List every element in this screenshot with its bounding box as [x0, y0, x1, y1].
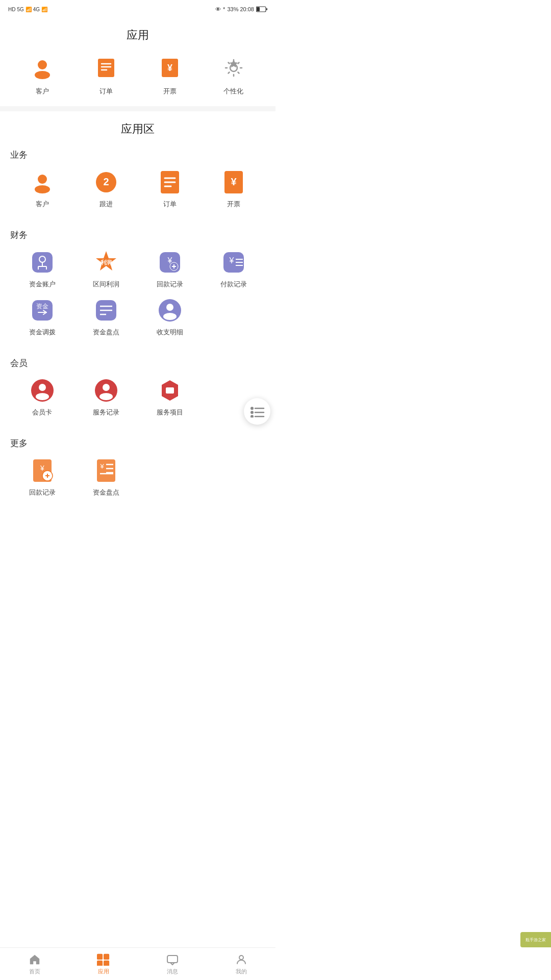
- more-inventory[interactable]: ¥ 资金盘点: [74, 457, 138, 497]
- svg-point-55: [99, 393, 113, 400]
- category-member-title: 会员: [10, 357, 265, 369]
- more-refund[interactable]: ¥ 回款记录: [10, 457, 74, 497]
- more-icons-grid: ¥ 回款记录 ¥ 资金盘: [10, 457, 265, 505]
- svg-point-49: [163, 313, 177, 320]
- svg-text:¥: ¥: [40, 464, 44, 472]
- fin-profit-label: 区间利润: [93, 280, 119, 289]
- fin-inventory-label: 资金盘点: [93, 328, 119, 337]
- status-bar: HD 5G 📶 4G 📶 👁 * 33% 20:08: [0, 0, 276, 18]
- fin-inventory[interactable]: 资金盘点: [74, 297, 138, 337]
- mem-service-record-label: 服务记录: [93, 408, 119, 417]
- category-business-title: 业务: [10, 149, 265, 161]
- svg-point-12: [38, 175, 47, 184]
- svg-point-3: [38, 60, 47, 69]
- svg-text:¥: ¥: [229, 256, 234, 265]
- fin-refund[interactable]: ¥ 回款记录: [138, 249, 202, 289]
- zone-title: 应用区: [10, 121, 265, 137]
- svg-rect-56: [166, 387, 174, 394]
- more-refund-label: 回款记录: [29, 488, 56, 497]
- svg-rect-5: [98, 59, 114, 77]
- top-icon-order[interactable]: 订单: [81, 53, 132, 96]
- top-icon-invoice[interactable]: ¥ 开票: [144, 53, 195, 96]
- top-icons-section: 客户 订单 ¥: [0, 53, 276, 106]
- svg-text:利润: 利润: [100, 259, 112, 265]
- section-divider: [0, 106, 276, 111]
- mem-card-label: 会员卡: [32, 408, 52, 417]
- mem-service-record[interactable]: 服务记录: [74, 377, 138, 417]
- category-finance: 财务 资金账户: [10, 229, 265, 345]
- svg-text:2: 2: [103, 176, 109, 187]
- fin-fund[interactable]: 资金账户: [10, 249, 74, 289]
- category-more: 更多 ¥ 回款记录 ¥: [10, 437, 265, 505]
- status-info: 33% 20:08: [227, 6, 254, 12]
- fin-cashflow[interactable]: 收支明细: [138, 297, 202, 337]
- biz-invoice[interactable]: ¥ 开票: [202, 169, 265, 209]
- svg-rect-1: [257, 7, 260, 11]
- mem-card[interactable]: 会员卡: [10, 377, 74, 417]
- biz-order-label: 订单: [163, 200, 177, 209]
- fin-cashflow-label: 收支明细: [157, 328, 183, 337]
- svg-point-54: [103, 384, 110, 391]
- fin-transfer[interactable]: 资金 资金调拨: [10, 297, 74, 337]
- member-icons-grid: 会员卡 服务记录 服务项目: [10, 377, 265, 425]
- biz-invoice-label: 开票: [227, 200, 240, 209]
- category-finance-title: 财务: [10, 229, 265, 241]
- fin-profit[interactable]: 利润 区间利润: [74, 249, 138, 289]
- fin-payment[interactable]: ¥ 付款记录: [202, 249, 265, 289]
- mem-service-item[interactable]: 服务项目: [138, 377, 202, 417]
- fin-fund-label: 资金账户: [29, 280, 56, 289]
- customer-icon-wrap: [28, 53, 57, 83]
- svg-point-51: [39, 384, 46, 391]
- biz-order[interactable]: 订单: [138, 169, 202, 209]
- category-more-title: 更多: [10, 437, 265, 449]
- svg-text:¥: ¥: [99, 462, 104, 470]
- biz-customer[interactable]: 客户: [10, 169, 74, 209]
- app-zone: 应用区 业务 客户 2 跟进: [0, 111, 276, 505]
- svg-rect-2: [266, 8, 267, 10]
- svg-point-61: [251, 415, 254, 418]
- invoice-icon-wrap: ¥: [155, 53, 185, 83]
- status-right: 👁 * 33% 20:08: [215, 6, 267, 12]
- top-icon-personal[interactable]: 个性化: [208, 53, 259, 96]
- page-title: 应用: [0, 18, 276, 53]
- top-icons-grid: 客户 订单 ¥: [10, 53, 265, 96]
- fin-transfer-label: 资金调拨: [29, 328, 56, 337]
- customer-label: 客户: [36, 87, 49, 96]
- order-icon-wrap: [91, 53, 121, 83]
- personal-icon-wrap: [219, 53, 248, 83]
- biz-customer-label: 客户: [36, 200, 49, 209]
- svg-point-4: [35, 71, 50, 79]
- business-icons-grid: 客户 2 跟进 订单: [10, 169, 265, 217]
- svg-text:资金: 资金: [36, 303, 48, 310]
- status-left: HD 5G 📶 4G 📶: [8, 7, 47, 12]
- biz-follow-label: 跟进: [99, 200, 113, 209]
- svg-text:¥: ¥: [167, 63, 172, 73]
- finance-icons-grid: 资金账户 利润 区间利润 ¥: [10, 249, 265, 345]
- order-label: 订单: [99, 87, 113, 96]
- float-action-button[interactable]: [244, 398, 270, 425]
- more-inventory-label: 资金盘点: [93, 488, 119, 497]
- personal-label: 个性化: [223, 87, 243, 96]
- svg-point-52: [36, 393, 49, 400]
- fin-payment-label: 付款记录: [220, 280, 247, 289]
- fin-refund-label: 回款记录: [157, 280, 183, 289]
- svg-point-48: [166, 304, 173, 311]
- svg-point-13: [35, 185, 50, 193]
- category-business: 业务 客户 2 跟进: [10, 149, 265, 217]
- biz-follow[interactable]: 2 跟进: [74, 169, 138, 209]
- category-member: 会员 会员卡 服务记录: [10, 357, 265, 425]
- svg-point-59: [251, 411, 254, 414]
- svg-text:¥: ¥: [231, 176, 237, 187]
- svg-point-57: [251, 407, 254, 410]
- top-icon-customer[interactable]: 客户: [17, 53, 68, 96]
- mem-service-item-label: 服务项目: [157, 408, 183, 417]
- invoice-label: 开票: [163, 87, 177, 96]
